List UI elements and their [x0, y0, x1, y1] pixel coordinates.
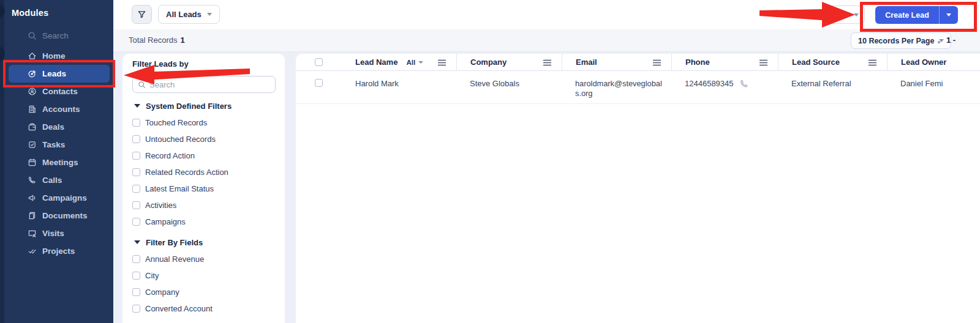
- checkbox[interactable]: [132, 218, 140, 226]
- filter-panel: Filter Leads by System Defined Filters T…: [123, 54, 285, 323]
- sidebar-item-projects[interactable]: Projects: [9, 242, 110, 260]
- sidebar-item-calls[interactable]: Calls: [9, 171, 110, 189]
- create-lead-button[interactable]: Create Lead: [875, 6, 939, 24]
- deals-icon: [27, 122, 37, 132]
- sidebar-item-leads[interactable]: Leads: [9, 65, 110, 83]
- filter-sections: System Defined Filters Touched Records U…: [123, 100, 285, 317]
- checkbox[interactable]: [132, 272, 140, 280]
- checkbox[interactable]: [132, 201, 140, 209]
- checkbox[interactable]: [132, 135, 140, 143]
- filter-option-company[interactable]: Company: [123, 284, 285, 300]
- column-label: Email: [576, 58, 597, 67]
- crm-app: Modules Search Home Leads: [0, 0, 980, 323]
- column-header-lead-owner[interactable]: Lead Owner: [887, 54, 980, 71]
- filter-option-annual-revenue[interactable]: Annual Revenue: [123, 251, 285, 267]
- column-header-email[interactable]: Email: [562, 54, 671, 71]
- checkbox[interactable]: [132, 119, 140, 127]
- filter-search-input[interactable]: [149, 80, 270, 89]
- filter-section-title: Filter By Fields: [146, 238, 203, 247]
- filter-option-label: Untouched Records: [145, 135, 216, 144]
- sidebar-item-label: Home: [42, 51, 66, 61]
- filter-button[interactable]: [132, 5, 152, 24]
- total-records-value: 1: [180, 35, 184, 45]
- filter-option-related-records-action[interactable]: Related Records Action: [123, 164, 285, 180]
- lead-name-filter-label: All: [406, 59, 415, 66]
- column-header-company[interactable]: Company: [456, 54, 562, 71]
- column-header-lead-source[interactable]: Lead Source: [778, 54, 887, 71]
- checkbox[interactable]: [132, 152, 140, 160]
- filter-option-label: Record Action: [145, 151, 195, 160]
- search-icon: [138, 81, 146, 89]
- create-lead-split-button: Create Lead: [875, 6, 958, 24]
- documents-icon: [27, 211, 37, 221]
- calls-icon: [27, 176, 37, 185]
- sidebar-item-documents[interactable]: Documents: [9, 207, 110, 225]
- filter-option-label: Activities: [145, 201, 176, 210]
- sidebar-item-meetings[interactable]: Meetings: [9, 154, 110, 171]
- select-all-cell: [296, 58, 342, 66]
- home-icon: [27, 51, 37, 61]
- checkbox[interactable]: [132, 255, 140, 263]
- create-lead-dropdown-button[interactable]: [939, 6, 958, 24]
- table-row[interactable]: Harold Mark Steve Globals haroldmark@ste…: [296, 71, 980, 104]
- filter-option-record-action[interactable]: Record Action: [123, 147, 285, 164]
- filter-option-label: Converted Account: [145, 304, 213, 313]
- column-menu-icon[interactable]: [868, 59, 877, 65]
- search-icon: [27, 31, 37, 41]
- email-value: haroldmark@steveglobals.org: [575, 79, 663, 98]
- sidebar-item-accounts[interactable]: Accounts: [9, 100, 110, 118]
- checkbox[interactable]: [132, 168, 140, 176]
- filter-search-box: [132, 76, 276, 93]
- phone-icon[interactable]: [739, 79, 749, 91]
- view-selector-dropdown[interactable]: All Leads: [158, 5, 220, 24]
- funnel-icon: [137, 10, 146, 19]
- leads-icon: [27, 69, 37, 79]
- chevron-down-icon: [418, 61, 423, 64]
- column-menu-icon[interactable]: [759, 59, 768, 65]
- column-label: Phone: [685, 58, 710, 67]
- lead-name-filter-dropdown[interactable]: All: [406, 59, 423, 66]
- column-menu-icon[interactable]: [437, 59, 447, 65]
- sidebar-title: Modules: [12, 8, 48, 18]
- leads-table: Lead Name All Company Email: [296, 54, 980, 323]
- filter-option-campaigns[interactable]: Campaigns: [123, 213, 285, 230]
- projects-icon: [27, 247, 37, 256]
- select-all-checkbox[interactable]: [315, 58, 323, 66]
- sidebar-item-label: Visits: [42, 229, 64, 238]
- filter-option-latest-email-status[interactable]: Latest Email Status: [123, 180, 285, 197]
- checkbox[interactable]: [132, 288, 140, 296]
- sidebar-item-deals[interactable]: Deals: [9, 118, 110, 136]
- cell-lead-name[interactable]: Harold Mark: [342, 71, 456, 93]
- chevron-down-icon: [207, 13, 212, 16]
- column-menu-icon[interactable]: [543, 59, 552, 65]
- filter-option-untouched-records[interactable]: Untouched Records: [123, 131, 285, 147]
- cell-lead-source: External Referral: [778, 71, 887, 93]
- records-per-page-dropdown[interactable]: 10 Records Per Page: [851, 32, 951, 49]
- phone-value: 12446589345: [685, 79, 734, 88]
- row-select-cell: [296, 71, 342, 87]
- sidebar-item-search[interactable]: Search: [9, 27, 110, 45]
- sidebar-item-campaigns[interactable]: Campaigns: [9, 189, 110, 207]
- sidebar-item-home[interactable]: Home: [9, 47, 110, 65]
- sidebar-item-tasks[interactable]: Tasks: [9, 136, 110, 154]
- rail-bump: [0, 46, 5, 61]
- filter-option-city[interactable]: City: [123, 267, 285, 284]
- secondary-dropdown[interactable]: [826, 6, 865, 24]
- filter-section-system-defined[interactable]: System Defined Filters: [123, 100, 285, 111]
- column-header-lead-name[interactable]: Lead Name All: [342, 54, 456, 71]
- filter-option-label: Related Records Action: [145, 168, 228, 177]
- column-label: Lead Owner: [901, 58, 946, 67]
- sidebar-item-contacts[interactable]: Contacts: [9, 83, 110, 100]
- checkbox[interactable]: [132, 305, 140, 313]
- sidebar-nav: Search Home Leads Contacts: [9, 27, 110, 260]
- checkbox[interactable]: [132, 185, 140, 193]
- filter-option-converted-account[interactable]: Converted Account: [123, 300, 285, 317]
- column-menu-icon[interactable]: [652, 59, 662, 65]
- row-checkbox[interactable]: [315, 79, 323, 87]
- collapse-triangle-icon: [134, 240, 140, 244]
- filter-option-activities[interactable]: Activities: [123, 197, 285, 213]
- filter-section-filter-by-fields[interactable]: Filter By Fields: [123, 237, 285, 248]
- column-header-phone[interactable]: Phone: [671, 54, 778, 71]
- sidebar-item-visits[interactable]: Visits: [9, 225, 110, 242]
- filter-option-touched-records[interactable]: Touched Records: [123, 114, 285, 131]
